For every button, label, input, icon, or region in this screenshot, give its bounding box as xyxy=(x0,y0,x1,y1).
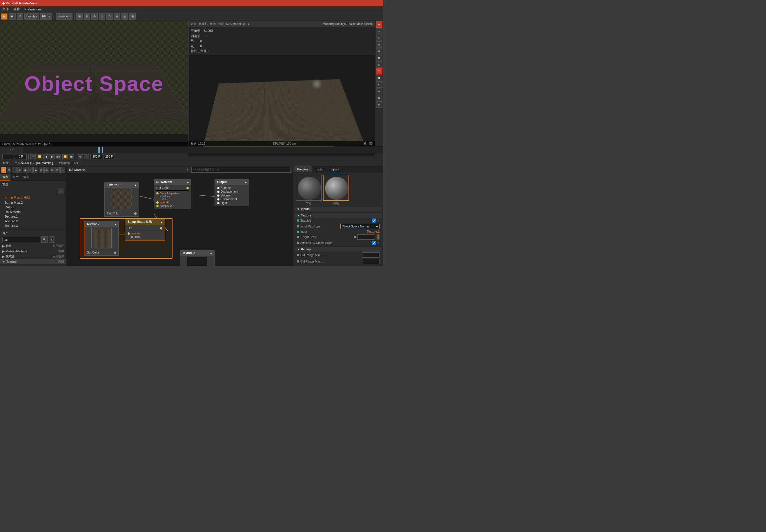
channel-selector[interactable]: RGB ▾ xyxy=(40,13,52,20)
ne-tool-5[interactable]: ■ xyxy=(23,167,28,173)
node-bump-map1[interactable]: Bump Map.1-法线 ● Out Texture Inp xyxy=(125,218,165,241)
snap-btn[interactable]: ⊞ xyxy=(129,13,136,20)
vp-perspective[interactable]: 透视 xyxy=(218,22,224,26)
timeline-track[interactable]: 0 50 100 150 200 250 xyxy=(23,147,383,153)
node-item-rs-material[interactable]: RS Material xyxy=(2,209,64,214)
ne-tool-4[interactable]: ≡ xyxy=(17,167,22,173)
node-editor-canvas[interactable]: Texture.1 ● Out Color RS Material ● xyxy=(67,173,293,266)
assets-search-input[interactable] xyxy=(2,237,40,242)
move-btn[interactable]: ⊕ xyxy=(114,13,120,20)
vp-master-settings[interactable]: MasterSettings xyxy=(226,22,245,25)
ne-tool-2[interactable]: ⊟ xyxy=(7,167,12,173)
transform-btn[interactable]: ✛ xyxy=(91,13,98,20)
ne-tool-1[interactable]: ⊞ xyxy=(1,167,6,173)
render-button[interactable]: < Render > xyxy=(56,13,73,20)
prev-frame-btn[interactable]: ⏪ xyxy=(37,154,42,159)
scale-btn[interactable]: ⤡ xyxy=(99,13,105,20)
rt-btn-8[interactable]: T xyxy=(376,68,382,74)
rt-btn-12[interactable]: ◉ xyxy=(376,95,382,101)
rt-btn-13[interactable]: ⊛ xyxy=(376,101,382,108)
node-texture2[interactable]: Texture.2 ● Out Color xyxy=(84,221,119,256)
node-texture1[interactable]: Texture.1 ● Out Color xyxy=(104,182,139,217)
rt-btn-5[interactable]: ⊕ xyxy=(376,48,382,54)
height-scale-input[interactable]: 3 xyxy=(357,234,375,240)
left-viewport[interactable]: Object Space Frame 55: 2020-03-31 02:11:… xyxy=(0,21,188,146)
sidebar-tab-assets[interactable]: 资产 xyxy=(10,174,21,181)
height-scale-up[interactable]: ▲ xyxy=(376,234,379,237)
node-output[interactable]: Output ● Surface Displacement Volume xyxy=(214,179,249,206)
node-item-texture1[interactable]: Texture.1 xyxy=(2,214,64,219)
node-item-bump2[interactable]: Bump Map.2 xyxy=(2,200,64,205)
stop-button[interactable]: ⏹ xyxy=(9,13,16,20)
layout-btn-1[interactable]: ⊞ xyxy=(76,13,83,20)
asset-category-vertex[interactable]: ▶ Vertex Attribute 内建 xyxy=(0,249,66,254)
asset-category-generator[interactable]: ▶ 生成器 应用程序 xyxy=(0,254,66,259)
tab-materials[interactable]: 材质 xyxy=(0,160,12,166)
asset-category-info[interactable]: ▶ 信息 应用程序 xyxy=(0,243,66,249)
play-pause-btn[interactable]: ▶ xyxy=(50,154,55,159)
panel-tab-basic[interactable]: Basic xyxy=(312,166,327,172)
loop-btn[interactable]: ↺ xyxy=(78,154,83,159)
sidebar-tab-nodes[interactable]: 节点 xyxy=(0,174,10,181)
node-texture3[interactable]: Texture.3 ● Out Color xyxy=(180,250,214,266)
node-item-bump1[interactable]: Bump Map.1-法线 xyxy=(2,195,64,200)
ne-tool-8[interactable]: ⊕ xyxy=(39,167,44,173)
refresh-button[interactable]: ↺ xyxy=(17,13,23,20)
node-editor[interactable]: RS Material ✕ xyxy=(67,166,293,266)
texture-section-title[interactable]: ▼ Texture xyxy=(294,213,382,218)
height-scale-down[interactable]: ▼ xyxy=(376,237,379,240)
start-frame-input[interactable] xyxy=(90,154,102,159)
search-icon[interactable]: 🔍 xyxy=(41,236,48,243)
node-item-texture2[interactable]: Texture.2 xyxy=(2,219,64,223)
menu-file[interactable]: 文件 xyxy=(2,7,9,11)
end-frame-input[interactable] xyxy=(103,154,115,159)
node-item-texture3[interactable]: Texture.3 xyxy=(2,223,64,228)
affected-checkbox[interactable] xyxy=(372,241,376,245)
rt-btn-9[interactable]: ⬢ xyxy=(376,75,382,81)
node-filter-input[interactable] xyxy=(191,167,291,173)
input-map-type-dropdown[interactable]: Object-Space Normal xyxy=(340,224,380,229)
ne-tool-6[interactable]: □ xyxy=(28,167,33,173)
render-mode-selector[interactable]: Beauty ▾ xyxy=(24,13,39,20)
asset-category-texture[interactable]: ▼ Texture 内建 xyxy=(0,259,66,264)
next-frame-btn[interactable]: ⏩ xyxy=(62,154,68,159)
node-rs-material[interactable]: RS Material ● Out Color Base Properties … xyxy=(154,179,191,209)
next-btn[interactable]: ▶▶ xyxy=(56,154,61,159)
rt-btn-3[interactable]: ⬡ xyxy=(376,35,382,41)
rt-btn-11[interactable]: ≋ xyxy=(376,88,382,94)
select-btn[interactable]: ◎ xyxy=(121,13,128,20)
ne-tool-3[interactable]: ☰ xyxy=(12,167,17,173)
panel-tab-preview[interactable]: Preview xyxy=(293,166,312,172)
tab-timeline[interactable]: 时间线窗口 (2) xyxy=(56,160,81,166)
rt-btn-2[interactable]: ▲ xyxy=(376,28,382,34)
ne-tool-7[interactable]: ▶ xyxy=(33,167,38,173)
ne-tool-9[interactable]: ◎ xyxy=(44,167,49,173)
rt-btn-4[interactable]: ◈ xyxy=(376,41,382,48)
remap-section-title[interactable]: ▼ Remap xyxy=(294,247,382,252)
rotate-btn[interactable]: ↻ xyxy=(106,13,113,20)
layout-btn-2[interactable]: ⊟ xyxy=(84,13,90,20)
menu-preferences[interactable]: Preferences xyxy=(24,8,41,11)
old-range-max-input[interactable]: 1 xyxy=(362,259,379,264)
rt-btn-7[interactable]: ⊞ xyxy=(376,61,382,68)
right-viewport[interactable]: 查看 摄像机 显示 透视 MasterSettings ● Modeling S… xyxy=(188,21,375,146)
rt-btn-10[interactable]: ∿ xyxy=(376,81,382,88)
menu-view[interactable]: 查看 xyxy=(13,7,20,11)
current-frame-input[interactable]: 0 F xyxy=(2,154,14,159)
vp-menu-camera[interactable]: 摄像机 xyxy=(199,22,208,26)
rt-btn-6[interactable]: ▦ xyxy=(376,55,382,61)
clear-search-btn[interactable]: ✕ xyxy=(49,236,55,243)
ne-tool-10[interactable]: ⊛ xyxy=(50,167,54,173)
go-to-end-btn[interactable]: ⏭ xyxy=(69,154,74,159)
panel-tab-inputs[interactable]: Inputs xyxy=(327,166,343,172)
add-node-btn[interactable]: + xyxy=(58,188,64,194)
sidebar-tab-info[interactable]: 信息 xyxy=(21,174,31,181)
vp-menu-display[interactable]: 显示 xyxy=(210,22,216,26)
tab-node-editor[interactable]: 节点编辑器 (1) - [RS Material] xyxy=(12,160,56,166)
go-to-start-btn[interactable]: ⏮ xyxy=(30,154,36,159)
old-range-min-input[interactable]: 0 xyxy=(362,252,379,258)
record-btn[interactable]: ● xyxy=(84,154,89,159)
node-item-output[interactable]: Output xyxy=(2,205,64,209)
frame-offset-input[interactable] xyxy=(15,154,27,159)
enabled-checkbox[interactable] xyxy=(372,218,376,223)
